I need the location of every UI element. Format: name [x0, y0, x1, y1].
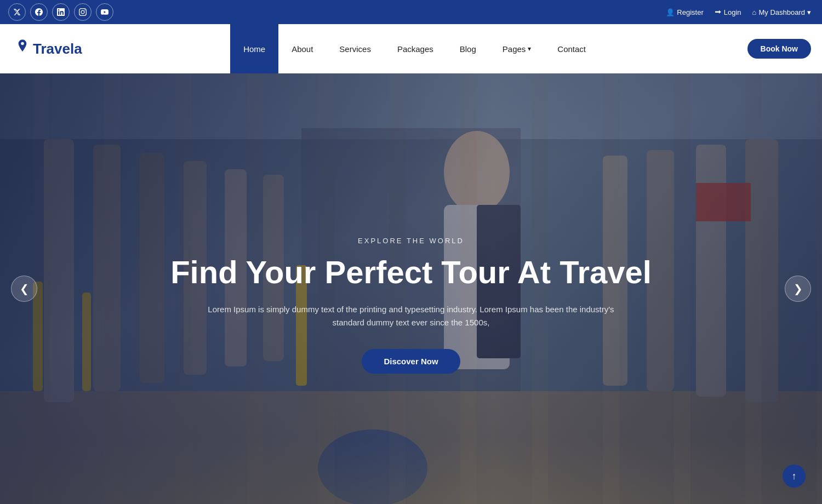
nav-about[interactable]: About: [278, 24, 326, 73]
user-icon: 👤: [666, 8, 675, 16]
nav-menu: Home About Services Packages Blog Pages …: [230, 24, 599, 73]
top-bar: 👤 Register ⮕ Login ⌂ My Dashboard ▾: [0, 0, 822, 24]
pages-dropdown-icon: ▾: [528, 45, 531, 53]
linkedin-icon[interactable]: [52, 3, 70, 21]
book-now-button[interactable]: Book Now: [747, 39, 811, 59]
chevron-left-icon: ❮: [20, 282, 29, 295]
dropdown-chevron-icon: ▾: [807, 8, 811, 16]
nav-pages[interactable]: Pages ▾: [489, 24, 545, 73]
social-icons: [8, 3, 113, 21]
logo[interactable]: Travela: [16, 39, 82, 59]
instagram-icon[interactable]: [74, 3, 92, 21]
location-pin-icon: [16, 39, 28, 59]
facebook-icon[interactable]: [30, 3, 48, 21]
carousel-next-button[interactable]: ❯: [785, 276, 811, 302]
carousel-prev-button[interactable]: ❮: [11, 276, 37, 302]
twitter-icon[interactable]: [8, 3, 26, 21]
nav-right: Book Now: [747, 39, 822, 59]
login-link[interactable]: ⮕ Login: [715, 8, 741, 16]
nav-services[interactable]: Services: [326, 24, 384, 73]
navbar: Travela Home About Services Packages Blo…: [0, 24, 822, 73]
top-right-actions: 👤 Register ⮕ Login ⌂ My Dashboard ▾: [666, 8, 811, 16]
hero-subtitle: EXPLORE THE WORLD: [358, 237, 464, 245]
scroll-to-top-button[interactable]: ↑: [783, 465, 806, 488]
arrow-up-icon: ↑: [792, 471, 797, 482]
hero-content: EXPLORE THE WORLD Find Your Perfect Tour…: [0, 237, 822, 374]
nav-home[interactable]: Home: [230, 24, 278, 73]
chevron-right-icon: ❯: [794, 282, 803, 295]
dashboard-link[interactable]: ⌂ My Dashboard ▾: [752, 8, 811, 16]
hero-title: Find Your Perfect Tour At Travel: [170, 255, 652, 290]
discover-now-button[interactable]: Discover Now: [362, 349, 460, 374]
hero-section: ❮ EXPLORE THE WORLD Find Your Perfect To…: [0, 73, 822, 504]
nav-packages[interactable]: Packages: [384, 24, 447, 73]
hero-description: Lorem Ipsum is simply dummy text of the …: [192, 303, 630, 329]
login-icon: ⮕: [715, 8, 722, 16]
home-icon: ⌂: [752, 8, 757, 16]
nav-blog[interactable]: Blog: [447, 24, 489, 73]
nav-contact[interactable]: Contact: [544, 24, 599, 73]
register-link[interactable]: 👤 Register: [666, 8, 703, 16]
youtube-icon[interactable]: [96, 3, 113, 21]
